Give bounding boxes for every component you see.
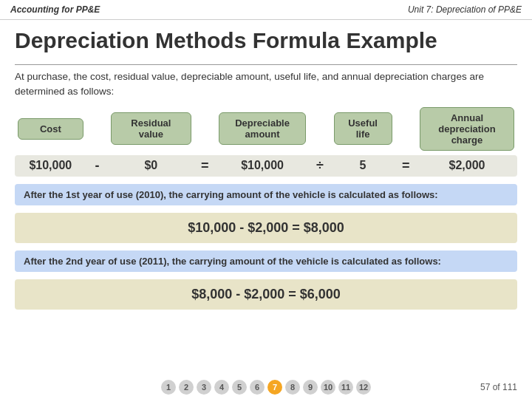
formula-labels-row: Cost Residual value Depreciable amount U… bbox=[15, 107, 517, 151]
page-num-7[interactable]: 7 bbox=[267, 380, 282, 395]
val-residual: $0 bbox=[111, 159, 191, 172]
footer-pagination: 123456789101112 57 of 111 bbox=[0, 375, 532, 399]
val-op2: = bbox=[194, 158, 216, 174]
val-op4: = bbox=[395, 158, 417, 174]
val-op1: - bbox=[86, 158, 109, 174]
header-left-title: Accounting for PP&E bbox=[10, 4, 100, 15]
after-year2-calc: $8,000 - $2,000 = $6,000 bbox=[15, 279, 517, 310]
val-cost: $10,000 bbox=[18, 159, 83, 172]
header-right-title: Unit 7: Depreciation of PP&E bbox=[408, 4, 522, 15]
formula-section: Cost Residual value Depreciable amount U… bbox=[15, 107, 517, 177]
formula-values-row: $10,000 - $0 = $10,000 ÷ 5 = $2,000 bbox=[15, 155, 517, 177]
page-num-12[interactable]: 12 bbox=[356, 380, 371, 395]
val-depreciable: $10,000 bbox=[219, 159, 306, 172]
label-residual: Residual value bbox=[111, 112, 191, 145]
page-num-4[interactable]: 4 bbox=[214, 380, 229, 395]
page-title: Depreciation Methods Formula Example bbox=[15, 27, 517, 54]
intro-text: At purchase, the cost, residual value, d… bbox=[15, 64, 517, 100]
label-annual: Annual depreciation charge bbox=[420, 107, 514, 151]
page-num-5[interactable]: 5 bbox=[232, 380, 247, 395]
label-cost: Cost bbox=[18, 118, 83, 140]
val-useful: 5 bbox=[334, 159, 392, 172]
slide: Accounting for PP&E Unit 7: Depreciation… bbox=[0, 0, 532, 399]
after-year2-info: After the 2nd year of use (2011), the ca… bbox=[15, 250, 517, 272]
page-num-8[interactable]: 8 bbox=[285, 380, 300, 395]
header: Accounting for PP&E Unit 7: Depreciation… bbox=[0, 0, 532, 20]
page-num-10[interactable]: 10 bbox=[321, 380, 335, 395]
page-num-11[interactable]: 11 bbox=[338, 380, 353, 395]
page-num-6[interactable]: 6 bbox=[250, 380, 265, 395]
main-content: Depreciation Methods Formula Example At … bbox=[0, 20, 532, 375]
label-useful: Useful life bbox=[334, 112, 392, 145]
page-num-2[interactable]: 2 bbox=[179, 380, 194, 395]
val-annual: $2,000 bbox=[420, 159, 514, 172]
val-op3: ÷ bbox=[309, 158, 331, 174]
page-num-3[interactable]: 3 bbox=[197, 380, 211, 395]
pagination-container: 123456789101112 bbox=[161, 380, 371, 395]
after-year1-calc: $10,000 - $2,000 = $8,000 bbox=[15, 213, 517, 243]
page-num-9[interactable]: 9 bbox=[303, 380, 318, 395]
label-depreciable: Depreciable amount bbox=[219, 112, 306, 145]
after-year1-info: After the 1st year of use (2010), the ca… bbox=[15, 184, 517, 205]
page-num-1[interactable]: 1 bbox=[161, 380, 176, 395]
page-count: 57 of 111 bbox=[480, 382, 517, 392]
